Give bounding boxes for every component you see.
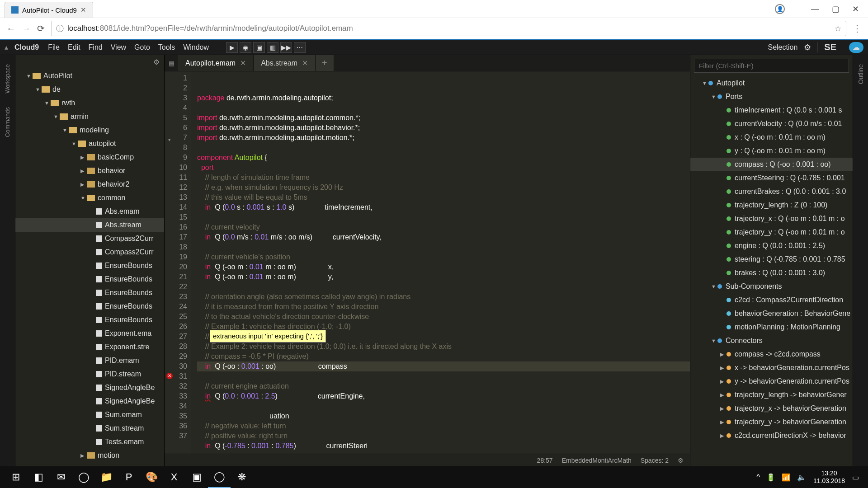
- tree-file[interactable]: EnsureBounds: [15, 272, 164, 286]
- tree-folder[interactable]: ▶behavior: [15, 164, 164, 178]
- taskbar-app[interactable]: P: [118, 466, 140, 488]
- menu-tools[interactable]: Tools: [158, 43, 175, 51]
- indent-setting[interactable]: Spaces: 2: [641, 457, 669, 464]
- outline-item[interactable]: trajectory_y : Q (-oo m : 0.01 m : o: [690, 225, 853, 239]
- outline-item[interactable]: ▶trajectory_y -> behaviorGeneration: [690, 415, 853, 429]
- tree-folder[interactable]: ▼modeling: [15, 123, 164, 137]
- editor-tab[interactable]: Autopilot.emam✕: [178, 55, 254, 71]
- tray-icon[interactable]: 📶: [782, 473, 791, 482]
- outline-item[interactable]: engine : Q (0.0 : 0.001 : 2.5): [690, 239, 853, 253]
- tree-file[interactable]: SignedAngleBe: [15, 381, 164, 394]
- taskbar-app[interactable]: X: [163, 466, 185, 488]
- workspace-tab[interactable]: Workspace: [4, 64, 11, 94]
- tree-folder[interactable]: ▼common: [15, 191, 164, 205]
- taskbar-app[interactable]: ◯: [208, 466, 231, 488]
- tree-file[interactable]: EnsureBounds: [15, 313, 164, 327]
- line-gutter[interactable]: 123456▾789101112131415161718192021222324…: [165, 71, 191, 454]
- cursor-position[interactable]: 28:57: [537, 457, 553, 464]
- new-tab-button[interactable]: +: [316, 55, 334, 71]
- notifications-icon[interactable]: ▭: [852, 473, 859, 482]
- outline-filter-input[interactable]: [694, 59, 849, 73]
- taskbar-app[interactable]: ✉: [50, 466, 72, 488]
- run-button-2[interactable]: ▣: [253, 42, 265, 53]
- taskbar-app[interactable]: ▣: [185, 466, 208, 488]
- run-button-4[interactable]: ▶▶: [280, 42, 292, 53]
- close-window-button[interactable]: ✕: [852, 4, 859, 14]
- tree-file[interactable]: Compass2Curr: [15, 245, 164, 259]
- outline-item[interactable]: currentSteering : Q (-0.785 : 0.001: [690, 171, 853, 185]
- close-tab-icon[interactable]: ✕: [240, 59, 246, 67]
- outline-tab[interactable]: Outline: [857, 64, 864, 84]
- tree-file[interactable]: EnsureBounds: [15, 259, 164, 272]
- menu-edit[interactable]: Edit: [68, 43, 80, 51]
- taskbar-app[interactable]: ❋: [231, 466, 253, 488]
- tree-folder[interactable]: ▼rwth: [15, 96, 164, 110]
- outline-item[interactable]: ▶c2cd.currentDirectionX -> behavior: [690, 429, 853, 442]
- outline-item[interactable]: motionPlanning : MotionPlanning: [690, 320, 853, 334]
- tree-file[interactable]: SignedAngleBe: [15, 394, 164, 408]
- outline-item[interactable]: behaviorGeneration : BehaviorGene: [690, 307, 853, 320]
- menu-goto[interactable]: Goto: [134, 43, 150, 51]
- close-tab-icon[interactable]: ✕: [80, 6, 86, 14]
- outline-item[interactable]: trajectory_length : Z (0 : 100): [690, 198, 853, 212]
- minimize-button[interactable]: —: [811, 4, 819, 14]
- chrome-menu-icon[interactable]: ⋮: [853, 23, 862, 34]
- tree-file[interactable]: EnsureBounds: [15, 300, 164, 313]
- outline-item[interactable]: ▼Autopilot: [690, 76, 853, 90]
- tree-file[interactable]: EnsureBounds: [15, 286, 164, 300]
- collapse-icon[interactable]: ▴: [5, 43, 8, 52]
- tree-file[interactable]: Sum.emam: [15, 408, 164, 422]
- system-clock[interactable]: 13:20 11.03.2018: [813, 469, 845, 485]
- site-info-icon[interactable]: ⓘ: [56, 23, 64, 34]
- language-mode[interactable]: EmbeddedMontiArcMath: [562, 457, 632, 464]
- outline-item[interactable]: trajectory_x : Q (-oo m : 0.01 m : o: [690, 212, 853, 225]
- taskbar-app[interactable]: 📁: [95, 466, 118, 488]
- statusbar-gear-icon[interactable]: ⚙: [678, 457, 684, 464]
- taskbar-app[interactable]: ◯: [72, 466, 95, 488]
- menu-window[interactable]: Window: [183, 43, 209, 51]
- tree-file[interactable]: Abs.stream: [15, 218, 164, 232]
- tree-folder[interactable]: ▼autopilot: [15, 137, 164, 150]
- maximize-button[interactable]: ▢: [832, 4, 840, 14]
- outline-item[interactable]: ▶y -> behaviorGeneration.currentPos: [690, 375, 853, 388]
- bookmark-icon[interactable]: ☆: [835, 24, 841, 33]
- tree-file[interactable]: Tests.emam: [15, 435, 164, 449]
- commands-tab[interactable]: Commands: [4, 107, 11, 137]
- tree-folder[interactable]: ▶behavior2: [15, 178, 164, 191]
- tree-file[interactable]: Sum.stream: [15, 422, 164, 435]
- tree-file[interactable]: PID.stream: [15, 367, 164, 381]
- tree-folder[interactable]: ▶motion: [15, 449, 164, 462]
- run-button-3[interactable]: ▥: [267, 42, 278, 53]
- tree-file[interactable]: Exponent.stre: [15, 340, 164, 354]
- outline-item[interactable]: c2cd : Compass2CurrentDirection: [690, 293, 853, 307]
- close-tab-icon[interactable]: ✕: [302, 59, 308, 67]
- editor-tab[interactable]: Abs.stream✕: [254, 55, 316, 71]
- outline-item[interactable]: ▶compass -> c2cd.compass: [690, 347, 853, 361]
- user-avatar-icon[interactable]: 👤: [775, 4, 785, 14]
- outline-item[interactable]: y : Q (-oo m : 0.01 m : oo m): [690, 144, 853, 158]
- tree-folder[interactable]: ▶basicComp: [15, 150, 164, 164]
- taskbar-app[interactable]: ◧: [27, 466, 50, 488]
- tree-folder[interactable]: ▼de: [15, 83, 164, 96]
- tab-list-icon[interactable]: ▤: [165, 55, 178, 71]
- tree-settings-icon[interactable]: ⚙: [153, 58, 160, 66]
- outline-item[interactable]: compass : Q (-oo : 0.001 : oo): [690, 158, 853, 171]
- tree-file[interactable]: Compass2Curr: [15, 232, 164, 245]
- outline-item[interactable]: x : Q (-oo m : 0.01 m : oo m): [690, 131, 853, 144]
- outline-item[interactable]: brakes : Q (0.0 : 0.001 : 3.0): [690, 266, 853, 280]
- selection-menu[interactable]: Selection: [768, 43, 797, 52]
- outline-item[interactable]: currentVelocity : Q (0.0 m/s : 0.01: [690, 117, 853, 131]
- tray-icon[interactable]: ^: [756, 473, 760, 482]
- outline-item[interactable]: ▼Sub-Components: [690, 280, 853, 293]
- outline-item[interactable]: ▶x -> behaviorGeneration.currentPos: [690, 361, 853, 375]
- tree-folder[interactable]: ▼armin: [15, 110, 164, 123]
- url-input[interactable]: ⓘ localhost :8081/ide.html?openFile=/de/…: [51, 21, 846, 36]
- back-button[interactable]: ←: [6, 23, 15, 34]
- menu-file[interactable]: File: [48, 43, 60, 51]
- code-editor[interactable]: package de.rwth.armin.modeling.autopilot…: [191, 71, 690, 454]
- outline-item[interactable]: timeIncrement : Q (0.0 s : 0.001 s: [690, 103, 853, 117]
- outline-item[interactable]: ▼Connectors: [690, 334, 853, 347]
- tray-icon[interactable]: 🔋: [766, 473, 775, 482]
- outline-item[interactable]: ▶trajectory_length -> behaviorGener: [690, 388, 853, 402]
- outline-item[interactable]: ▶trajectory_x -> behaviorGeneration: [690, 402, 853, 415]
